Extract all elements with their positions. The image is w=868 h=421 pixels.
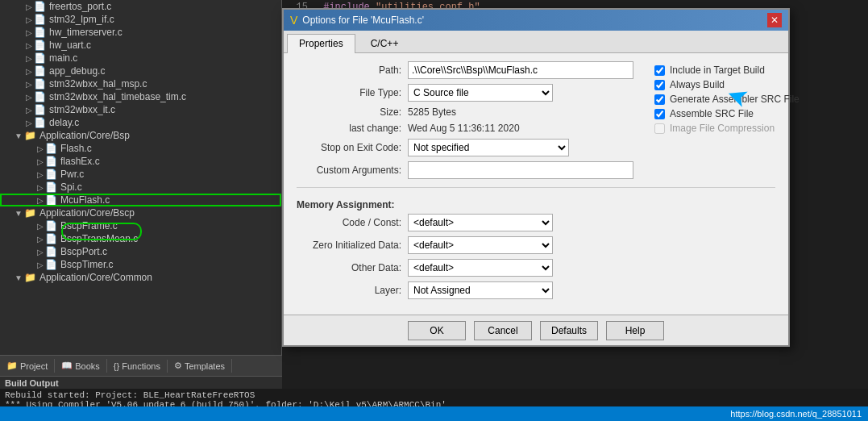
folder-icon: 📁 — [24, 207, 36, 219]
file-icon: 📄 — [45, 143, 57, 154]
tree-item[interactable]: ▷📄stm32wbxx_it.c — [0, 103, 281, 116]
file-icon: 📄 — [34, 117, 46, 128]
code-const-label: Code / Const: — [297, 217, 401, 228]
file-icon: 📄 — [45, 233, 57, 244]
build-line-1: Rebuild started: Project: BLE_HeartRateF… — [5, 390, 863, 400]
tree-item[interactable]: ▷📄BscpTransMean.c — [0, 232, 281, 245]
tree-item[interactable]: ▼📁Application/Core/Common — [0, 271, 281, 284]
tree-item-label: freertos_port.c — [49, 1, 111, 12]
assemble-src-checkbox[interactable] — [654, 109, 665, 119]
tree-item[interactable]: ▷📄freertos_port.c — [0, 0, 281, 13]
path-input[interactable] — [408, 61, 633, 79]
expand-icon: ▷ — [37, 157, 44, 166]
tree-item[interactable]: ▷📄Pwr.c — [0, 168, 281, 181]
file-icon: 📄 — [34, 65, 46, 77]
zero-init-label: Zero Initialized Data: — [297, 240, 401, 251]
dialog-footer: OK Cancel Defaults Help — [284, 315, 788, 345]
stop-exit-select[interactable]: Not specified — [408, 139, 569, 156]
defaults-button[interactable]: Defaults — [540, 321, 598, 340]
custom-args-input[interactable] — [408, 161, 633, 179]
ok-button[interactable]: OK — [408, 321, 466, 340]
help-button[interactable]: Help — [606, 321, 664, 340]
build-output-label: Build Output — [0, 376, 282, 390]
code-const-row: Code / Const: <default> — [297, 214, 775, 231]
project-icon: 📁 — [6, 361, 18, 371]
file-icon: 📄 — [45, 194, 57, 206]
zero-init-select[interactable]: <default> — [408, 236, 553, 254]
tree-item[interactable]: ▷📄main.c — [0, 52, 281, 65]
code-const-select[interactable]: <default> — [408, 214, 553, 231]
file-icon: 📄 — [34, 104, 46, 115]
tree-item-label: stm32wbxx_it.c — [49, 104, 115, 115]
tree-item[interactable]: ▷📄hw_uart.c — [0, 39, 281, 52]
tree-item[interactable]: ▷📄flashEx.c — [0, 155, 281, 168]
size-value: 5285 Bytes — [408, 106, 633, 118]
layer-row: Layer: Not Assigned — [297, 281, 775, 299]
tree-item-label: stm32_lpm_if.c — [49, 14, 114, 25]
always-build-checkbox[interactable] — [654, 80, 665, 90]
file-icon: 📄 — [34, 1, 46, 12]
expand-icon: ▷ — [26, 80, 32, 89]
dialog-titlebar: V Options for File 'McuFlash.c' ✕ — [284, 10, 788, 31]
include-target-checkbox[interactable] — [654, 65, 665, 76]
bottom-tabs-bar: 📁 Project 📖 Books {} Functions ⚙ Templat… — [0, 355, 282, 376]
memory-section-label: Memory Assignment: — [297, 199, 775, 210]
tree-item[interactable]: ▷📄delay.c — [0, 116, 281, 129]
tab-functions[interactable]: {} Functions — [107, 360, 168, 373]
last-change-row: last change: Wed Aug 5 11:36:11 2020 — [297, 123, 633, 134]
tree-item[interactable]: ▷📄stm32wbxx_hal_msp.c — [0, 77, 281, 90]
cancel-button[interactable]: Cancel — [474, 321, 532, 340]
last-change-value: Wed Aug 5 11:36:11 2020 — [408, 123, 633, 134]
tree-item[interactable]: ▷📄stm32_lpm_if.c — [0, 13, 281, 26]
expand-icon: ▼ — [15, 273, 23, 282]
layer-select[interactable]: Not Assigned — [408, 281, 553, 299]
tree-item[interactable]: ▼📁Application/Core/Bscp — [0, 206, 281, 219]
file-type-label: File Type: — [297, 87, 401, 98]
file-type-select[interactable]: C Source file — [408, 84, 553, 102]
tree-item-label: Application/Core/Bscp — [39, 207, 135, 219]
file-icon: 📄 — [34, 14, 46, 25]
dialog-content: Path: File Type: C Source file Size: 528… — [284, 53, 788, 312]
tree-item[interactable]: ▷📄BscpPort.c — [0, 245, 281, 258]
tree-item-label: app_debug.c — [49, 65, 105, 77]
file-icon: 📄 — [45, 220, 57, 231]
tree-item[interactable]: ▷📄hw_timerserver.c — [0, 26, 281, 39]
tree-item-label: hw_uart.c — [49, 40, 91, 51]
tab-project[interactable]: 📁 Project — [0, 359, 55, 373]
expand-icon: ▷ — [26, 15, 32, 24]
tree-item-label: delay.c — [49, 117, 79, 128]
expand-icon: ▷ — [37, 261, 44, 269]
expand-icon: ▷ — [37, 235, 44, 244]
tree-item[interactable]: ▷📄BscpFrame.c — [0, 219, 281, 232]
tab-cpp[interactable]: C/C++ — [359, 34, 411, 52]
tree-item[interactable]: ▷📄BscpTimer.c — [0, 258, 281, 271]
generate-asm-checkbox[interactable] — [654, 94, 665, 105]
tree-item[interactable]: ▷📄stm32wbxx_hal_timebase_tim.c — [0, 90, 281, 103]
image-compression-row: Image File Compression — [654, 123, 816, 134]
expand-icon: ▷ — [26, 2, 32, 11]
image-compression-checkbox[interactable] — [654, 123, 665, 134]
tree-item[interactable]: ▷📄McuFlash.c — [0, 194, 281, 206]
dialog-icon: V — [290, 14, 297, 27]
tree-item[interactable]: ▷📄Spi.c — [0, 181, 281, 194]
folder-icon: 📁 — [24, 130, 36, 141]
tree-item[interactable]: ▷📄Flash.c — [0, 142, 281, 155]
tree-item[interactable]: ▷📄app_debug.c — [0, 65, 281, 77]
other-data-row: Other Data: <default> — [297, 259, 775, 277]
expand-icon: ▷ — [37, 248, 44, 256]
tab-books[interactable]: 📖 Books — [55, 359, 107, 373]
layer-label: Layer: — [297, 285, 401, 296]
tree-item[interactable]: ▼📁Application/Core/Bsp — [0, 129, 281, 142]
tab-properties[interactable]: Properties — [287, 34, 355, 53]
custom-args-row: Custom Arguments: — [297, 161, 633, 179]
other-data-select[interactable]: <default> — [408, 259, 553, 277]
tree-item-label: BscpFrame.c — [60, 220, 118, 231]
dialog-close-button[interactable]: ✕ — [767, 13, 782, 27]
other-data-label: Other Data: — [297, 262, 401, 273]
tab-templates[interactable]: ⚙ Templates — [168, 359, 232, 373]
tree-item-label: hw_timerserver.c — [49, 27, 123, 38]
file-icon: 📄 — [34, 27, 46, 38]
expand-icon: ▷ — [26, 41, 32, 50]
expand-icon: ▼ — [15, 131, 23, 140]
dialog-title-left: V Options for File 'McuFlash.c' — [290, 14, 424, 27]
